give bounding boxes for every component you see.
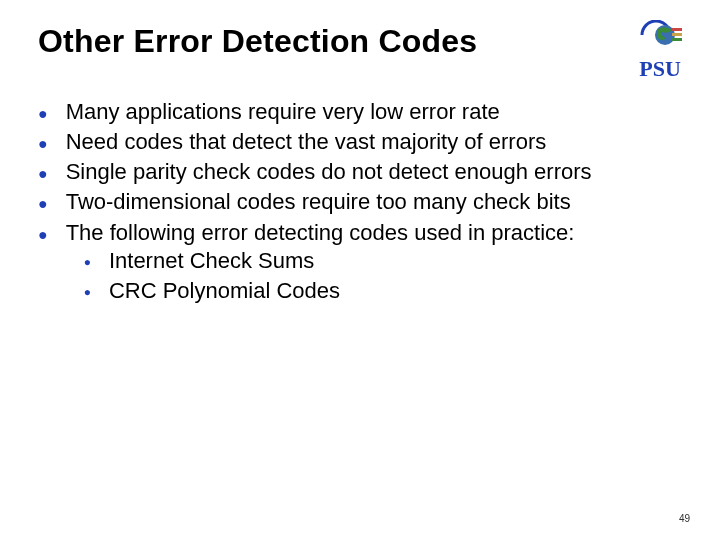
svg-rect-1 bbox=[672, 28, 682, 31]
list-item: ● CRC Polynomial Codes bbox=[84, 277, 682, 305]
logo-area: PSU bbox=[638, 20, 682, 82]
bullet-text: Two-dimensional codes require too many c… bbox=[66, 188, 682, 216]
slide: Other Error Detection Codes PSU ● Many a… bbox=[0, 0, 720, 540]
bullet-icon: ● bbox=[84, 285, 91, 300]
bullet-icon: ● bbox=[38, 134, 48, 154]
bullet-text: CRC Polynomial Codes bbox=[109, 277, 340, 305]
sub-bullet-list: ● Internet Check Sums ● CRC Polynomial C… bbox=[84, 247, 682, 305]
bullet-text: Single parity check codes do not detect … bbox=[66, 158, 682, 186]
bullet-icon: ● bbox=[38, 194, 48, 214]
globe-icon bbox=[638, 20, 682, 54]
list-item: ● Internet Check Sums bbox=[84, 247, 682, 275]
logo-text: PSU bbox=[639, 56, 681, 82]
slide-title: Other Error Detection Codes bbox=[38, 24, 477, 59]
list-item: ● The following error detecting codes us… bbox=[38, 219, 682, 307]
page-number: 49 bbox=[679, 513, 690, 524]
bullet-icon: ● bbox=[38, 225, 48, 245]
slide-content: ● Many applications require very low err… bbox=[38, 98, 682, 307]
list-item: ● Many applications require very low err… bbox=[38, 98, 682, 126]
slide-header: Other Error Detection Codes PSU bbox=[38, 24, 682, 82]
bullet-text-wrap: The following error detecting codes used… bbox=[66, 219, 682, 307]
bullet-text: The following error detecting codes used… bbox=[66, 220, 575, 245]
list-item: ● Single parity check codes do not detec… bbox=[38, 158, 682, 186]
bullet-text: Need codes that detect the vast majority… bbox=[66, 128, 682, 156]
bullet-icon: ● bbox=[84, 255, 91, 270]
bullet-icon: ● bbox=[38, 104, 48, 124]
list-item: ● Need codes that detect the vast majori… bbox=[38, 128, 682, 156]
bullet-list: ● Many applications require very low err… bbox=[38, 98, 682, 307]
svg-rect-3 bbox=[672, 38, 682, 41]
bullet-icon: ● bbox=[38, 164, 48, 184]
list-item: ● Two-dimensional codes require too many… bbox=[38, 188, 682, 216]
bullet-text: Internet Check Sums bbox=[109, 247, 314, 275]
svg-rect-2 bbox=[672, 33, 682, 36]
bullet-text: Many applications require very low error… bbox=[66, 98, 682, 126]
